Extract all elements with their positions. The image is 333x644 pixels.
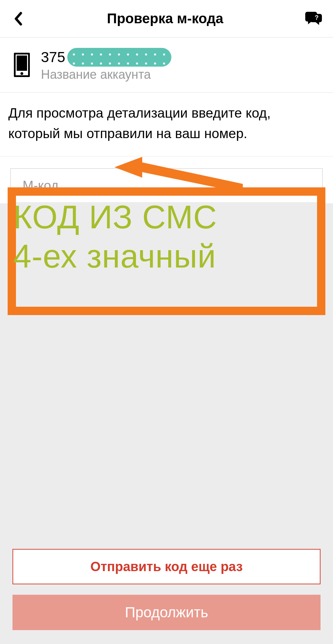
phone-row: 375 <box>41 48 171 67</box>
phone-number: 375 <box>41 49 65 66</box>
account-name-label: Название аккаунта <box>41 67 171 82</box>
instruction-text: Для просмотра детализации введите код, к… <box>0 93 333 156</box>
back-button[interactable] <box>10 10 26 27</box>
chat-help-icon: ? <box>305 10 323 27</box>
account-text: 375 Название аккаунта <box>41 48 171 82</box>
chevron-left-icon <box>14 12 22 26</box>
account-section: 375 Название аккаунта <box>0 37 333 93</box>
resend-code-button[interactable]: Отправить код еще раз <box>12 549 321 584</box>
header: Проверка м-кода ? <box>0 0 333 37</box>
continue-button[interactable]: Продолжить <box>12 595 321 630</box>
page-title: Проверка м-кода <box>26 11 304 26</box>
help-button[interactable]: ? <box>304 9 323 28</box>
svg-rect-2 <box>17 56 27 71</box>
phone-device-icon <box>14 53 30 77</box>
svg-text:?: ? <box>315 14 319 21</box>
svg-point-3 <box>20 72 23 75</box>
bottom-buttons: Отправить код еще раз Продолжить <box>0 549 333 630</box>
phone-number-redacted <box>67 48 171 67</box>
annotation-text: КОД ИЗ СМС 4-ех значный <box>13 198 217 276</box>
